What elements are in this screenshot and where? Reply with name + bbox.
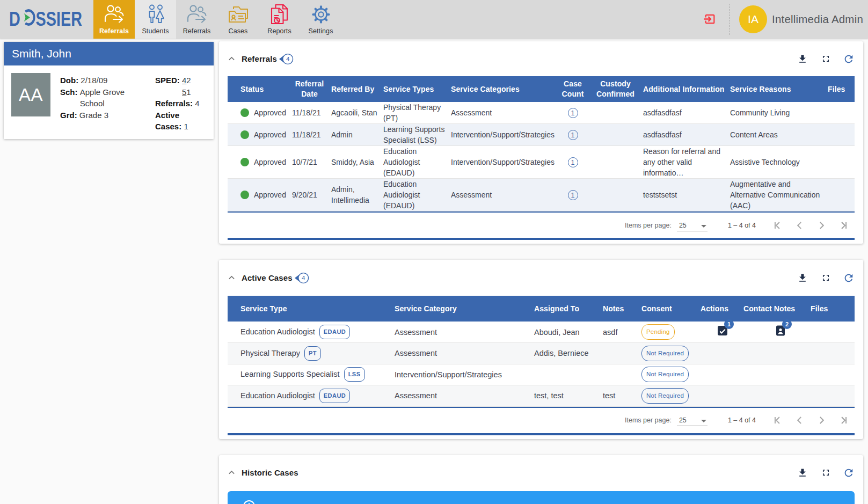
previous-page-icon[interactable] (789, 410, 811, 431)
collapse-historic-cases-icon[interactable] (228, 469, 236, 477)
referred-by-cell: Agcaoili, Stan (329, 102, 381, 124)
service-reasons-cell: Content Areas (728, 124, 826, 146)
student-field-dob: Dob: 2/18/09 (60, 75, 146, 86)
service-reasons-cell: Assistive Technology (728, 146, 826, 179)
sped-values[interactable]: 42 51 (182, 75, 195, 98)
service-category-cell: Assessment (386, 343, 526, 364)
field-value: 2/18/09 (81, 75, 107, 86)
status-approved-dot (240, 108, 249, 117)
previous-page-icon[interactable] (789, 215, 811, 236)
referrals-column-header: Referred By (329, 76, 381, 102)
service-types-cell: Learning Supports Specialist (LSS) (381, 124, 449, 146)
nav-label: Referrals (183, 27, 211, 35)
nav-item-referrals-active[interactable]: Referrals (93, 0, 135, 39)
first-page-icon[interactable] (768, 215, 789, 236)
active-case-row[interactable]: Physical Therapy PTAssessmentAddis, Bern… (228, 343, 855, 364)
last-page-icon[interactable] (832, 410, 854, 431)
nav-item-reports[interactable]: Reports (259, 0, 300, 39)
active-cases-column-header: Actions (692, 296, 735, 322)
active-cases-fullscreen-icon[interactable] (820, 272, 831, 284)
nav-label: Cases (229, 27, 248, 35)
active-cases-table: Service TypeService CategoryAssigned ToN… (228, 296, 855, 407)
actions-count-badge: 1 (724, 319, 734, 329)
referred-by-cell: Admin, Intellimedia (329, 179, 381, 211)
nav-item-students[interactable]: Students (135, 0, 176, 39)
referral-row[interactable]: Approved11/18/21AdminLearning Supports S… (228, 124, 855, 146)
active-case-row[interactable]: Education Audiologist EDAUDAssessmentAbo… (228, 322, 855, 343)
top-bar: DSSIER Referrals Students Referrals Case… (0, 0, 868, 39)
referral-date-cell: 11/18/21 (290, 102, 329, 124)
nav-item-referrals[interactable]: Referrals (176, 0, 217, 39)
actions-fact-check-icon[interactable]: 1 (716, 324, 729, 337)
referrals-column-header: Files (826, 76, 855, 102)
collapse-active-cases-icon[interactable] (228, 274, 236, 282)
actions-cell (692, 385, 735, 407)
nav-item-settings[interactable]: Settings (300, 0, 341, 39)
page-range-label: 1 – 4 of 4 (728, 417, 756, 424)
active-cases-refresh-icon[interactable] (843, 272, 855, 284)
referrals-count-value: 4 (195, 98, 199, 109)
referrals-column-header: Service Categories (449, 76, 556, 102)
historic-cases-download-icon[interactable] (797, 467, 808, 479)
contact-notes-icon[interactable]: 2 (774, 324, 787, 337)
actions-cell (692, 343, 735, 364)
nav-item-cases[interactable]: Cases (217, 0, 259, 39)
active-case-row[interactable]: Education Audiologist EDAUDAssessmenttes… (228, 385, 855, 407)
service-categories-cell: Intervention/Support/Strategies (449, 146, 556, 179)
nav-label: Reports (267, 27, 291, 35)
sped-label: SPED: (155, 76, 180, 85)
files-cell (826, 179, 855, 211)
referral-row[interactable]: Approved11/18/21Agcaoili, StanPhysical T… (228, 102, 855, 124)
user-avatar[interactable]: IA (739, 5, 767, 33)
app-logo[interactable]: DSSIER (9, 6, 82, 33)
active-cases-count-label: Active Cases: (155, 111, 181, 132)
referral-date-cell: 11/18/21 (290, 124, 329, 146)
files-cell (826, 102, 855, 124)
historic-cases-tools (797, 467, 855, 479)
status-approved-dot (240, 158, 249, 166)
logout-icon[interactable] (703, 12, 717, 26)
assigned-to-cell: Addis, Berniece (526, 343, 595, 364)
active-cases-card: Active Cases 4 Service TypeService Categ… (219, 260, 863, 439)
student-avatar: AA (11, 73, 50, 116)
field-label: Sch: (60, 87, 78, 97)
first-page-icon[interactable] (768, 410, 789, 431)
referrals-column-header: Additional Information (641, 76, 728, 102)
sped-code-link[interactable]: 42 (182, 76, 191, 85)
referrals-card: Referrals 4 StatusReferral DateReferred … (219, 41, 863, 244)
service-reasons-cell: Community Living (728, 102, 826, 124)
referrals-refresh-icon[interactable] (843, 53, 855, 65)
page-size-select[interactable]: 25 (677, 414, 707, 426)
custody-confirmed-cell (590, 179, 641, 211)
next-page-icon[interactable] (811, 410, 832, 431)
last-page-icon[interactable] (832, 215, 854, 236)
svg-text:4: 4 (286, 56, 290, 62)
files-cell (826, 146, 855, 179)
service-types-cell: Education Audiologist (EDAUD) (381, 179, 449, 211)
referral-row[interactable]: Approved9/20/21Admin, IntellimediaEducat… (228, 179, 855, 211)
sped-code-link[interactable]: 51 (182, 87, 191, 97)
page-size-select[interactable]: 25 (677, 220, 707, 231)
referrals-column-header: Referral Date (290, 76, 329, 102)
additional-information-cell: asdfasdfasf (641, 124, 728, 146)
referrals-section-title: Referrals (242, 54, 277, 63)
student-field-sch: Sch: Apple Grove School (60, 86, 146, 109)
service-types-cell: Education Audiologist (EDAUD) (381, 146, 449, 179)
next-page-icon[interactable] (811, 215, 832, 236)
actions-cell (692, 364, 735, 385)
active-cases-section-header: Active Cases 4 (219, 260, 863, 296)
pager-buttons (768, 215, 854, 236)
active-cases-download-icon[interactable] (797, 272, 808, 284)
active-case-row[interactable]: Learning Supports Specialist LSSInterven… (228, 364, 855, 385)
collapse-referrals-icon[interactable] (228, 55, 236, 63)
active-cases-column-header: Files (803, 296, 855, 322)
historic-cases-fullscreen-icon[interactable] (820, 467, 831, 479)
referrals-fullscreen-icon[interactable] (820, 53, 831, 65)
referrals-download-icon[interactable] (797, 53, 808, 65)
referral-row[interactable]: Approved10/7/21Smiddy, AsiaEducation Aud… (228, 146, 855, 179)
user-name[interactable]: Intellimedia Admin (772, 13, 863, 26)
active-cases-column-header: Assigned To (526, 296, 595, 322)
items-per-page-label: Items per page: (625, 222, 672, 229)
historic-cases-refresh-icon[interactable] (843, 467, 855, 479)
student-panel: Smith, John AA Dob: 2/18/09Sch: Apple Gr… (4, 42, 214, 139)
